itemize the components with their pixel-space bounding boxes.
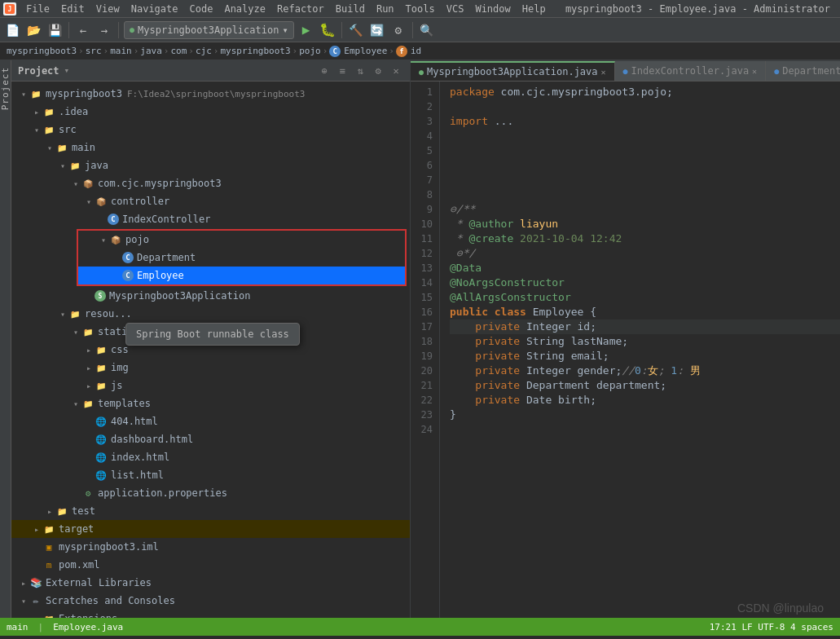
run-btn[interactable]: ▶ (297, 21, 315, 39)
panel-dropdown[interactable]: ▾ (64, 65, 70, 76)
menu-window[interactable]: Window (470, 2, 515, 16)
tree-ext-libs[interactable]: ▸ 📚 External Libraries (11, 574, 410, 592)
tree-js[interactable]: ▸ 📁 js (11, 377, 410, 394)
folder-icon-com-cjc: 📦 (81, 177, 95, 190)
tree-employee[interactable]: ▸ C Employee (78, 267, 405, 284)
tree-templates[interactable]: ▾ 📁 templates (11, 394, 410, 412)
tree-extensions[interactable]: ▸ 📁 Extensions (11, 610, 410, 618)
tree-src[interactable]: ▾ 📁 src (11, 121, 410, 139)
menu-build[interactable]: Build (331, 2, 370, 16)
breadcrumb-project[interactable]: myspringboot3 (7, 46, 77, 56)
tree-dashboard[interactable]: ▸ 🌐 dashboard.html (11, 430, 410, 448)
file-icon-iml: ▣ (42, 540, 55, 553)
spring-tooltip: Spring Boot runnable class (125, 323, 300, 346)
tree-myspringboot3app[interactable]: ▸ S Myspringboot3Application (11, 287, 410, 305)
sync-btn[interactable]: 🔄 (368, 21, 386, 39)
tree-index-html[interactable]: ▸ 🌐 index.html (11, 448, 410, 466)
folder-icon-src: 📁 (42, 123, 55, 136)
build-btn[interactable]: 🔨 (347, 21, 365, 39)
tree-controller[interactable]: ▾ 📦 controller (11, 192, 410, 210)
tab-myspringboot3app[interactable]: ● Myspringboot3Application.java ✕ (411, 61, 615, 81)
menu-refactor[interactable]: Refactor (272, 2, 329, 16)
back-btn[interactable]: ← (74, 21, 92, 39)
collapse-btn[interactable]: ≡ (335, 64, 350, 78)
menu-navigate[interactable]: Navigate (126, 2, 183, 16)
tree-java[interactable]: ▾ 📁 java (11, 156, 410, 174)
arrow-src: ▾ (31, 126, 42, 134)
breadcrumb-pojo[interactable]: pojo (299, 46, 321, 56)
search-btn[interactable]: 🔍 (418, 21, 436, 39)
tab-index-controller[interactable]: ● IndexController.java ✕ (615, 61, 767, 81)
file-icon-app-props: ⚙ (81, 487, 95, 500)
project-tab-label[interactable]: Project (0, 67, 11, 110)
debug-btn[interactable]: 🐛 (319, 21, 336, 39)
tree-pom[interactable]: ▸ m pom.xml (11, 556, 410, 574)
tree-resources[interactable]: ▾ 📁 resou... (11, 305, 410, 323)
file-name-index-html: index.html (111, 452, 169, 463)
new-file-btn[interactable]: 📄 (3, 21, 21, 39)
breadcrumb-springboot[interactable]: myspringboot3 (220, 46, 290, 56)
breadcrumb-src[interactable]: src (86, 46, 102, 56)
tree-main[interactable]: ▾ 📁 main (11, 139, 410, 156)
class-icon-department: C (122, 252, 134, 263)
tree-scratches[interactable]: ▾ ✏ Scratches and Consoles (11, 592, 410, 610)
code-line-5 (450, 143, 840, 158)
panel-header: Project ▾ ⊕ ≡ ⇅ ⚙ ✕ (11, 60, 410, 82)
tree-test[interactable]: ▸ 📁 test (11, 502, 410, 520)
breadcrumb-main[interactable]: main (110, 46, 132, 56)
toolbar-sep-1 (68, 22, 69, 38)
tab-close-myspringboot3app[interactable]: ✕ (601, 68, 606, 77)
folder-icon-img: 📁 (95, 361, 108, 374)
sort-btn[interactable]: ⇅ (353, 64, 367, 78)
folder-icon-test: 📁 (55, 505, 68, 518)
open-btn[interactable]: 📂 (24, 21, 42, 39)
breadcrumb-cjc[interactable]: cjc (196, 46, 212, 56)
tree-pojo[interactable]: ▾ 📦 pojo (78, 231, 405, 249)
tree-index-controller[interactable]: ▸ C IndexController (11, 210, 410, 228)
project-panel: Project ▾ ⊕ ≡ ⇅ ⚙ ✕ ▾ 📁 myspringboot3 F:… (11, 60, 411, 618)
close-panel-btn[interactable]: ✕ (389, 64, 403, 78)
menu-items: File Edit View Navigate Code Analyze Ref… (21, 2, 551, 16)
folder-icon-static: 📁 (81, 325, 95, 338)
tab-department[interactable]: ● Department.java ✕ (766, 61, 840, 81)
tree-iml[interactable]: ▸ ▣ myspringboot3.iml (11, 538, 410, 556)
tree-root[interactable]: ▾ 📁 myspringboot3 F:\Idea2\springboot\my… (11, 85, 410, 103)
file-name-employee: Employee (137, 270, 184, 281)
breadcrumb-java[interactable]: java (140, 46, 162, 56)
menu-analyze[interactable]: Analyze (219, 2, 270, 16)
code-line-8 (450, 187, 840, 202)
forward-btn[interactable]: → (95, 21, 113, 39)
tree-app-props[interactable]: ▸ ⚙ application.properties (11, 484, 410, 502)
settings-btn[interactable]: ⚙ (389, 21, 407, 39)
menu-run[interactable]: Run (372, 2, 399, 16)
tab-close-index-controller[interactable]: ✕ (752, 67, 757, 76)
toolbar: 📄 📂 💾 ← → ● Myspringboot3Application ▾ ▶… (0, 18, 840, 42)
file-path-root: F:\Idea2\springboot\myspringboot3 (127, 89, 306, 99)
status-info: Employee.java (53, 622, 123, 632)
tree-idea[interactable]: ▸ 📁 .idea (11, 103, 410, 121)
breadcrumb-employee[interactable]: Employee (344, 46, 387, 56)
menu-view[interactable]: View (91, 2, 125, 16)
run-config-dropdown[interactable]: ● Myspringboot3Application ▾ (124, 21, 294, 39)
editor-area: ● Myspringboot3Application.java ✕ ● Inde… (411, 60, 840, 618)
tree-404[interactable]: ▸ 🌐 404.html (11, 412, 410, 430)
locate-btn[interactable]: ⊕ (317, 64, 332, 78)
tree-department[interactable]: ▸ C Department (78, 249, 405, 267)
tree-img[interactable]: ▸ 📁 img (11, 359, 410, 377)
menu-file[interactable]: File (21, 2, 55, 16)
menu-edit[interactable]: Edit (56, 2, 90, 16)
breadcrumb-id[interactable]: id (411, 46, 421, 56)
tree-list-html[interactable]: ▸ 🌐 list.html (11, 466, 410, 484)
panel-title: Project (18, 65, 59, 77)
breadcrumb-com[interactable]: com (170, 46, 187, 56)
settings-panel-btn[interactable]: ⚙ (371, 64, 385, 78)
code-content[interactable]: package com.cjc.myspringboot3.pojo; impo… (440, 82, 840, 618)
code-line-7 (450, 173, 840, 187)
menu-code[interactable]: Code (185, 2, 218, 16)
save-btn[interactable]: 💾 (46, 21, 64, 39)
menu-vcs[interactable]: VCS (442, 2, 469, 16)
tree-com-cjc[interactable]: ▾ 📦 com.cjc.myspringboot3 (11, 174, 410, 192)
menu-help[interactable]: Help (517, 2, 551, 16)
tree-target[interactable]: ▸ 📁 target (11, 520, 410, 538)
menu-tools[interactable]: Tools (401, 2, 440, 16)
